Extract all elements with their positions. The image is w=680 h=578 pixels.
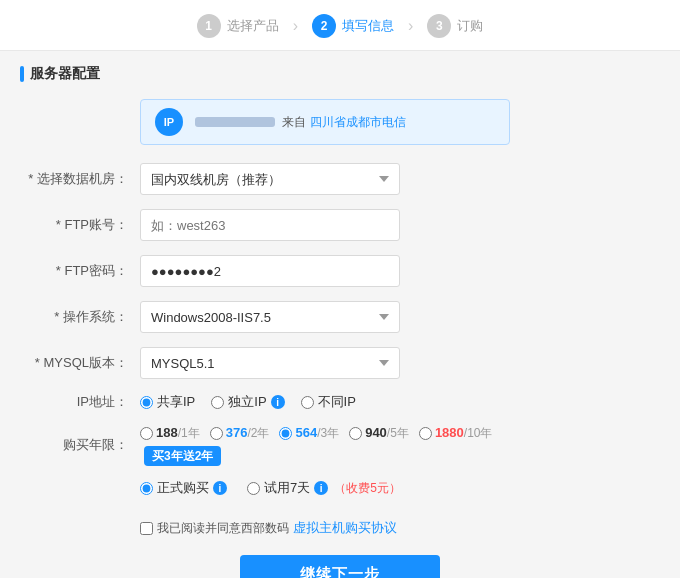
submit-button[interactable]: 继续下一步 (240, 555, 440, 578)
ip-address-row: IP地址： 共享IP 独立IP i 不同IP (20, 393, 660, 411)
steps-bar: 1 选择产品 › 2 填写信息 › 3 订购 (0, 0, 680, 51)
promo-badge: 买3年送2年 (144, 446, 221, 466)
ftp-password-input[interactable] (140, 255, 400, 287)
main-content: 服务器配置 IP 来自 四川省成都市电信 * 选择数据机房： 国内双线机房（推荐… (0, 51, 680, 578)
step-2-label: 填写信息 (342, 17, 394, 35)
datacenter-select[interactable]: 国内双线机房（推荐） (140, 163, 400, 195)
ip-blurred (195, 117, 275, 127)
agreement-checkbox[interactable] (140, 522, 153, 535)
step-1-label: 选择产品 (227, 17, 279, 35)
step-3: 3 订购 (427, 14, 483, 38)
agreement-row: 我已阅读并同意西部数码 虚拟主机购买协议 (140, 519, 660, 537)
ip-different-label: 不同IP (318, 393, 356, 411)
ip-hint-bar: IP 来自 四川省成都市电信 (140, 99, 510, 145)
ip-hint-text: 来自 四川省成都市电信 (191, 114, 406, 131)
purchase-type-row: 正式购买 i 试用7天 i （收费5元） (20, 479, 660, 505)
arrow-2: › (408, 17, 413, 35)
step-1-circle: 1 (197, 14, 221, 38)
trial-discount-text: （收费5元） (334, 480, 401, 497)
os-select[interactable]: Windows2008-IIS7.5 (140, 301, 400, 333)
agreement-text: 我已阅读并同意西部数码 (157, 520, 289, 537)
year-1-option[interactable]: 188/1年 (140, 425, 200, 442)
purchase-formal-label: 正式购买 (157, 479, 209, 497)
ftp-input[interactable] (140, 209, 400, 241)
year-5-option[interactable]: 940/5年 (349, 425, 409, 442)
os-label: * 操作系统： (20, 308, 140, 326)
ip-dedicated-option[interactable]: 独立IP i (211, 393, 284, 411)
ip-hint-suffix: 来自 四川省成都市电信 (282, 115, 405, 129)
step-2-circle: 2 (312, 14, 336, 38)
purchase-trial-radio[interactable] (247, 482, 260, 495)
ftppwd-label: * FTP密码： (20, 262, 140, 280)
ip-options: 共享IP 独立IP i 不同IP (140, 393, 356, 411)
step-1: 1 选择产品 (197, 14, 279, 38)
step-3-circle: 3 (427, 14, 451, 38)
ip-different-option[interactable]: 不同IP (301, 393, 356, 411)
step-3-label: 订购 (457, 17, 483, 35)
year-label: 购买年限： (20, 436, 140, 454)
year-options: 188/1年 376/2年 564/3年 (140, 425, 492, 442)
arrow-1: › (293, 17, 298, 35)
purchase-trial-option[interactable]: 试用7天 i （收费5元） (247, 479, 401, 497)
ip-icon: IP (155, 108, 183, 136)
ip-shared-label: 共享IP (157, 393, 195, 411)
purchase-trial-info-icon[interactable]: i (314, 481, 328, 495)
year-1-radio[interactable] (140, 427, 153, 440)
purchase-formal-radio[interactable] (140, 482, 153, 495)
ip-shared-option[interactable]: 共享IP (140, 393, 195, 411)
ip-different-radio[interactable] (301, 396, 314, 409)
submit-row: 继续下一步 (20, 555, 660, 578)
year-2-price: 376/2年 (226, 425, 270, 442)
mysql-row: * MYSQL版本： MYSQL5.1 (20, 347, 660, 379)
purchase-type-options: 正式购买 i 试用7天 i （收费5元） (140, 479, 401, 497)
section-icon (20, 66, 24, 82)
ftp-password-row: * FTP密码： (20, 255, 660, 287)
year-1-price: 188/1年 (156, 425, 200, 442)
datacenter-row: * 选择数据机房： 国内双线机房（推荐） (20, 163, 660, 195)
year-10-radio[interactable] (419, 427, 432, 440)
purchase-formal-option[interactable]: 正式购买 i (140, 479, 227, 497)
year-5-price: 940/5年 (365, 425, 409, 442)
year-2-option[interactable]: 376/2年 (210, 425, 270, 442)
year-3-price: 564/3年 (295, 425, 339, 442)
year-3-radio[interactable] (279, 427, 292, 440)
agreement-link[interactable]: 虚拟主机购买协议 (293, 519, 397, 537)
ip-dedicated-info-icon[interactable]: i (271, 395, 285, 409)
purchase-formal-info-icon[interactable]: i (213, 481, 227, 495)
year-10-option[interactable]: 1880/10年 (419, 425, 493, 442)
mysql-select[interactable]: MYSQL5.1 (140, 347, 400, 379)
step-2: 2 填写信息 (312, 14, 394, 38)
year-10-price: 1880/10年 (435, 425, 493, 442)
os-row: * 操作系统： Windows2008-IIS7.5 (20, 301, 660, 333)
year-3-option[interactable]: 564/3年 (279, 425, 339, 442)
year-row: 购买年限： 188/1年 376/2年 (20, 425, 660, 465)
page-wrapper: 1 选择产品 › 2 填写信息 › 3 订购 服务器配置 IP (0, 0, 680, 578)
datacenter-label: * 选择数据机房： (20, 170, 140, 188)
section-header: 服务器配置 (20, 65, 660, 83)
ip-shared-radio[interactable] (140, 396, 153, 409)
mysql-label: * MYSQL版本： (20, 354, 140, 372)
ip-address-label: IP地址： (20, 393, 140, 411)
ftp-account-row: * FTP账号： (20, 209, 660, 241)
purchase-trial-label: 试用7天 (264, 479, 310, 497)
ftp-label: * FTP账号： (20, 216, 140, 234)
section-title: 服务器配置 (30, 65, 100, 83)
ip-dedicated-label: 独立IP (228, 393, 266, 411)
year-2-radio[interactable] (210, 427, 223, 440)
ip-dedicated-radio[interactable] (211, 396, 224, 409)
year-5-radio[interactable] (349, 427, 362, 440)
